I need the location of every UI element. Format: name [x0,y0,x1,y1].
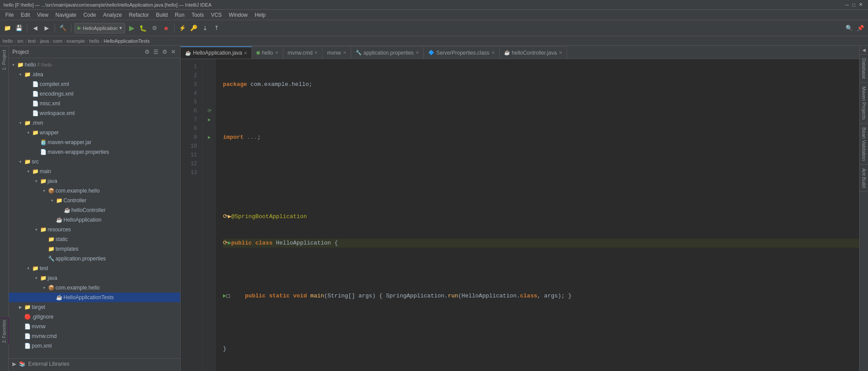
right-tab-database[interactable]: Database [860,55,868,83]
menu-code[interactable]: Code [80,11,100,19]
toolbar-back-btn[interactable]: ◀ [30,23,40,33]
coverage-btn[interactable]: ⚙ [150,23,160,33]
bc-test[interactable]: test [28,38,36,44]
tree-src[interactable]: ▾ 📁 src [9,157,180,167]
right-tab-bean[interactable]: Bean Validation [860,124,868,165]
toolbar-more-1[interactable]: ⚡ [178,23,187,33]
debug-btn[interactable]: 🐛 [138,23,148,33]
toolbar-more-4[interactable]: ⤒ [212,23,222,33]
tree-root-hello[interactable]: ▾ 📁 hello F:\hello [9,60,180,70]
tab-close-1[interactable]: ✕ [244,51,247,56]
tab-close-5[interactable]: ✕ [415,50,419,55]
tree-templates[interactable]: 📁 templates [9,244,180,254]
project-action-gear[interactable]: ⚙ [161,48,168,56]
tree-java-main[interactable]: ▾ 📁 java [9,176,180,186]
menu-file[interactable]: File [2,11,17,19]
scratches-item[interactable]: ▶ 💬 Scratches and Consoles [9,369,180,371]
menu-analyze[interactable]: Analyze [100,11,126,19]
tab-close-3[interactable]: ✕ [314,50,318,55]
toolbar-save-btn[interactable]: 💾 [14,23,24,33]
tree-controller-folder[interactable]: ▾ 📁 Controller [9,196,180,205]
tree-test-java[interactable]: ▾ 📁 java [9,273,180,283]
tab-app-props[interactable]: 🔧 application.properties ✕ [351,46,424,59]
project-action-layout[interactable]: ☰ [152,48,160,56]
tree-compiler-xml[interactable]: 📄 compiler.xml [9,79,180,89]
gutter-run-9[interactable]: ▶ [204,133,215,142]
tree-test-package[interactable]: ▾ 📦 com.example.hello [9,283,180,293]
tree-hello-controller[interactable]: ☕ helloController [9,205,180,215]
tree-encodings-xml[interactable]: 📄 encodings.xml [9,89,180,99]
gutter-run-6[interactable]: ⟳ [204,107,215,115]
minimize-btn[interactable]: ─ [846,2,849,7]
tree-pom-xml[interactable]: 📄 pom.xml [9,341,180,351]
tab-close-6[interactable]: ✕ [491,50,495,55]
right-collapse-icon[interactable]: ◀ [862,48,866,52]
tree-main[interactable]: ▾ 📁 main [9,167,180,176]
tree-maven-wrapper-props[interactable]: 📄 maven-wrapper.properties [9,147,180,157]
menu-refactor[interactable]: Refactor [126,11,152,19]
tree-app-props[interactable]: 🔧 application.properties [9,254,180,263]
menu-vcs[interactable]: VCS [208,11,226,19]
tree-idea[interactable]: ▾ 📁 .idea [9,70,180,79]
toolbar-build-btn[interactable]: 🔨 [58,23,68,33]
toolbar-forward-btn[interactable]: ▶ [42,23,52,33]
tree-target[interactable]: ▶ 📁 target [9,302,180,312]
tree-test[interactable]: ▾ 📁 test [9,263,180,273]
stop-btn[interactable]: ■ [161,23,171,33]
tree-workspace-xml[interactable]: 📄 workspace.xml [9,108,180,118]
menu-view[interactable]: View [33,11,52,19]
bc-hello[interactable]: hello [3,38,13,44]
tree-misc-xml[interactable]: 📄 misc.xml [9,99,180,108]
tree-hello-application[interactable]: ☕ HelloApplication [9,215,180,225]
run-btn[interactable]: ▶ [127,23,137,33]
tree-wrapper[interactable]: ▾ 📁 wrapper [9,128,180,137]
tree-static[interactable]: 📁 static [9,234,180,244]
menu-run[interactable]: Run [171,11,188,19]
toolbar-more-3[interactable]: ⤓ [200,23,210,33]
gutter-6[interactable] [204,63,215,71]
tab-mvnw-cmd[interactable]: mvnw.cmd ✕ [283,46,323,59]
tree-mvn[interactable]: ▾ 📁 .mvn [9,118,180,128]
run-config-selector[interactable]: ▶ HelloApplication ▾ [74,23,125,33]
toolbar-more-2[interactable]: 🔑 [189,23,199,33]
menu-tools[interactable]: Tools [188,11,208,19]
menu-build[interactable]: Build [152,11,171,19]
close-btn[interactable]: ✕ [859,2,863,7]
bc-com[interactable]: com [53,38,63,44]
tab-hello[interactable]: hello ✕ [252,46,283,59]
maximize-btn[interactable]: □ [852,2,855,7]
project-action-settings[interactable]: ⚙ [144,48,151,56]
left-tab-1-project[interactable]: 1: Project [0,46,8,74]
tree-maven-wrapper-jar[interactable]: 🫙 maven-wrapper.jar [9,137,180,147]
bc-java[interactable]: java [40,38,49,44]
tab-2-favorites[interactable]: 2: Favorites [2,320,7,343]
bc-example[interactable]: example [67,38,85,44]
tab-hello-controller[interactable]: ☕ helloController.java ✕ [500,46,567,59]
settings-pin-btn[interactable]: 📌 [856,23,865,33]
right-tab-maven[interactable]: Maven Projects [860,83,868,124]
external-libraries-item[interactable]: ▶ 📚 External Libraries [9,359,180,369]
bc-src[interactable]: src [17,38,24,44]
menu-help[interactable]: Help [251,11,269,19]
bc-tests[interactable]: HelloApplicationTests [104,38,150,44]
tree-hello-app-tests[interactable]: ☕ HelloApplicationTests [9,293,180,302]
tree-resources[interactable]: ▾ 📁 resources [9,225,180,234]
tab-close-2[interactable]: ✕ [275,50,278,55]
tree-package[interactable]: ▾ 📦 com.example.hello [9,186,180,196]
tree-gitignore[interactable]: 🔴 .gitignore [9,312,180,322]
tab-close-7[interactable]: ✕ [559,50,562,55]
right-tab-ant[interactable]: Ant Build [860,165,868,192]
code-editor[interactable]: package com.example.hello; import ...; ⟳… [216,59,859,371]
gutter-run-7[interactable]: ▶ [204,115,215,124]
search-everywhere-btn[interactable]: 🔍 [844,23,854,33]
tab-hello-application[interactable]: ☕ HelloApplication.java ✕ [181,46,252,59]
project-action-close[interactable]: ✕ [170,48,177,56]
tab-server-props[interactable]: 🔷 ServerProperties.class ✕ [424,46,500,59]
tab-mvnw[interactable]: mvnw ✕ [323,46,351,59]
menu-navigate[interactable]: Navigate [52,11,80,19]
toolbar-project-btn[interactable]: 📁 [3,23,12,33]
menu-edit[interactable]: Edit [17,11,33,19]
bc-hello2[interactable]: hello [89,38,99,44]
menu-window[interactable]: Window [225,11,251,19]
tab-close-4[interactable]: ✕ [343,50,346,55]
